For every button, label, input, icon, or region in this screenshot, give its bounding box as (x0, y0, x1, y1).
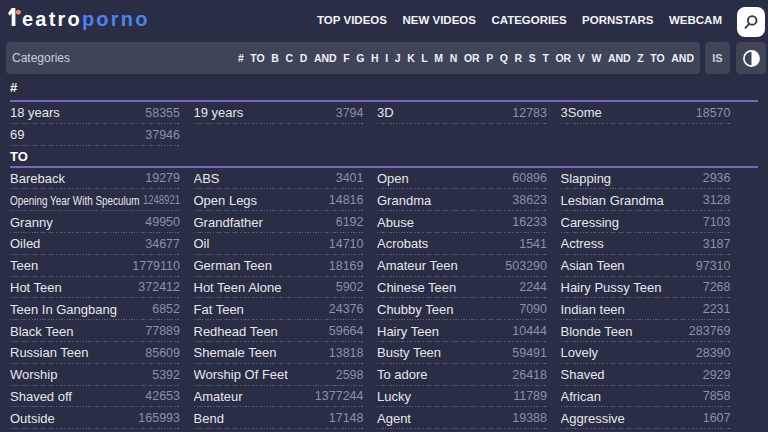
category-label: Chubby Teen (377, 302, 453, 317)
alphabet-letter[interactable]: F (343, 52, 349, 64)
category-count: 59664 (325, 324, 364, 338)
category-item[interactable]: Aggressive1607 (561, 407, 731, 429)
category-label: Teen In Gangbang (10, 302, 117, 317)
alphabet-letter[interactable]: R (515, 52, 523, 64)
nav-item-categories[interactable]: CATEGORIES (491, 14, 566, 26)
category-item[interactable]: Worship5392 (10, 364, 180, 386)
category-item[interactable]: Redhead Teen59664 (194, 320, 364, 342)
nav-item-new-videos[interactable]: NEW VIDEOS (402, 14, 475, 26)
category-item[interactable]: ABS3401 (194, 168, 364, 190)
category-item[interactable]: Agent19388 (377, 407, 547, 429)
alphabet-letter[interactable]: K (407, 52, 415, 64)
category-item[interactable]: Grandma38623 (377, 189, 547, 211)
alphabet-letter[interactable]: I (385, 52, 388, 64)
category-item[interactable]: Russian Teen85609 (10, 342, 180, 364)
nav-item-webcam[interactable]: WEBCAM (669, 14, 722, 26)
category-column: 3Some18570 (561, 102, 731, 146)
category-count: 14816 (325, 193, 364, 207)
category-item[interactable]: Fat Teen24376 (194, 298, 364, 320)
category-label: Hot Teen Alone (194, 280, 282, 295)
category-item[interactable]: Lucky11789 (377, 386, 547, 408)
category-item[interactable]: 6937946 (10, 124, 180, 146)
categories-list: #18 years58355693794619 years37943D12783… (0, 76, 768, 429)
category-item[interactable]: Grandfather6192 (194, 211, 364, 233)
category-item[interactable]: Teen1779110 (10, 255, 180, 277)
nav-item-pornstars[interactable]: PORNSTARS (582, 14, 653, 26)
category-item[interactable]: Worship Of Feet2598 (194, 364, 364, 386)
category-item[interactable]: Asian Teen97310 (561, 255, 731, 277)
alphabet-letter[interactable]: J (395, 52, 401, 64)
alphabet-letter[interactable]: L (421, 52, 427, 64)
category-item[interactable]: Opening Year With Speculum1248921 (10, 189, 180, 211)
alphabet-letter[interactable]: N (450, 52, 458, 64)
category-item[interactable]: Slapping2936 (561, 168, 731, 190)
category-item[interactable]: German Teen18169 (194, 255, 364, 277)
category-item[interactable]: Hot Teen Alone5902 (194, 277, 364, 299)
alphabet-letter[interactable]: AND (671, 52, 694, 64)
category-item[interactable]: Caressing7103 (561, 211, 731, 233)
category-item[interactable]: Hairy Teen10444 (377, 320, 547, 342)
category-item[interactable]: Amateur Teen503290 (377, 255, 547, 277)
category-item[interactable]: Bareback19279 (10, 168, 180, 190)
category-item[interactable]: Outside165993 (10, 407, 180, 429)
category-item[interactable]: Busty Teen59491 (377, 342, 547, 364)
alphabet-letter[interactable]: OR (555, 52, 571, 64)
category-item[interactable]: Blonde Teen283769 (561, 320, 731, 342)
category-item[interactable]: Teen In Gangbang6852 (10, 298, 180, 320)
search-button[interactable] (737, 7, 765, 37)
category-label: Granny (10, 215, 53, 230)
alphabet-letter[interactable]: TO (650, 52, 664, 64)
category-item[interactable]: Hairy Pussy Teen7268 (561, 277, 731, 299)
category-item[interactable]: Shemale Teen13818 (194, 342, 364, 364)
category-item[interactable]: Bend17148 (194, 407, 364, 429)
category-count: 1779110 (128, 259, 180, 273)
alphabet-letter[interactable]: # (238, 52, 244, 64)
alphabet-letter[interactable]: G (356, 52, 364, 64)
alphabet-letter[interactable]: AND (314, 52, 337, 64)
category-item[interactable]: Lesbian Grandma3128 (561, 189, 731, 211)
alphabet-letter[interactable]: D (300, 52, 308, 64)
alphabet-letter[interactable]: W (591, 52, 601, 64)
theme-toggle-button[interactable] (736, 42, 766, 74)
category-item[interactable]: Abuse16233 (377, 211, 547, 233)
category-item[interactable]: Shaved off42653 (10, 386, 180, 408)
alphabet-letter[interactable]: V (578, 52, 585, 64)
category-item[interactable]: Lovely28390 (561, 342, 731, 364)
category-item[interactable]: Hot Teen372412 (10, 277, 180, 299)
alphabet-letter[interactable]: M (434, 52, 443, 64)
category-item[interactable]: Open60896 (377, 168, 547, 190)
nav-item-top-videos[interactable]: TOP VIDEOS (317, 14, 387, 26)
category-item[interactable]: Amateur1377244 (194, 386, 364, 408)
alphabet-letter[interactable]: T (542, 52, 548, 64)
alphabet-letter[interactable]: AND (608, 52, 631, 64)
category-item[interactable]: To adore26418 (377, 364, 547, 386)
category-item[interactable]: Granny49950 (10, 211, 180, 233)
alphabet-letter[interactable]: Q (500, 52, 508, 64)
category-item[interactable]: Chubby Teen7090 (377, 298, 547, 320)
category-item[interactable]: Shaved2929 (561, 364, 731, 386)
alphabet-letter[interactable]: Z (637, 52, 643, 64)
language-button[interactable]: IS (705, 42, 730, 74)
category-item[interactable]: Black Teen77889 (10, 320, 180, 342)
category-item[interactable]: 3Some18570 (561, 102, 731, 124)
site-logo[interactable]: eatroporno (8, 8, 150, 28)
category-item[interactable]: 18 years58355 (10, 102, 180, 124)
category-item[interactable]: 3D12783 (377, 102, 547, 124)
category-item[interactable]: Chinese Teen2244 (377, 277, 547, 299)
category-item[interactable]: Acrobats1541 (377, 233, 547, 255)
alphabet-letter[interactable]: C (286, 52, 294, 64)
alphabet-letter[interactable]: TO (250, 52, 264, 64)
category-item[interactable]: Actress3187 (561, 233, 731, 255)
alphabet-letter[interactable]: P (486, 52, 493, 64)
alphabet-letter[interactable]: OR (464, 52, 480, 64)
category-item[interactable]: Open Legs14816 (194, 189, 364, 211)
category-item[interactable]: Oiled34677 (10, 233, 180, 255)
category-item[interactable]: African7858 (561, 386, 731, 408)
category-item[interactable]: 19 years3794 (194, 102, 364, 124)
category-item[interactable]: Oil14710 (194, 233, 364, 255)
category-label: Oiled (10, 236, 40, 251)
alphabet-letter[interactable]: H (371, 52, 379, 64)
alphabet-letter[interactable]: B (271, 52, 279, 64)
category-item[interactable]: Indian teen2231 (561, 298, 731, 320)
alphabet-letter[interactable]: S (529, 52, 536, 64)
